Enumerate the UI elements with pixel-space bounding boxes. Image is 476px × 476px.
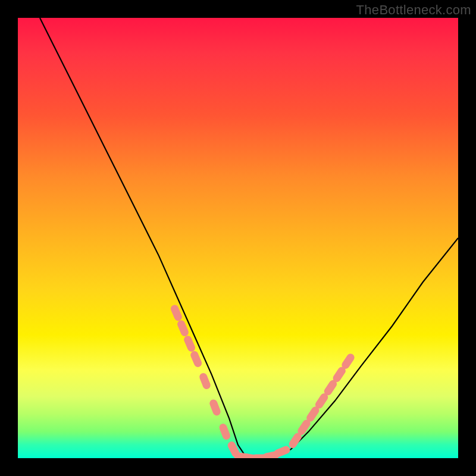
chart-svg	[18, 18, 458, 458]
marker-dot	[189, 350, 203, 368]
marker-dot	[198, 372, 211, 390]
bottleneck-curve	[40, 18, 458, 458]
marker-dot	[218, 422, 231, 441]
marker-layer	[170, 303, 356, 458]
watermark-text: TheBottleneck.com	[356, 2, 471, 18]
plot-area	[18, 18, 458, 458]
marker-dot	[273, 445, 292, 458]
curve-path	[40, 18, 458, 458]
chart-frame: TheBottleneck.com	[0, 0, 476, 476]
marker-dot	[208, 399, 221, 417]
